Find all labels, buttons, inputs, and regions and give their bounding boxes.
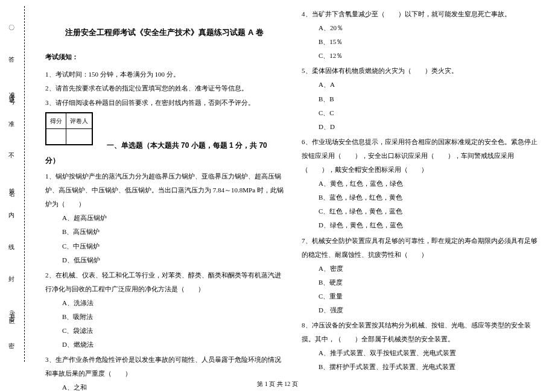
q1-stem: 1、锅炉按锅炉产生的蒸汽压力分为超临界压力锅炉、亚临界压力锅炉、超高压锅炉、高压… [45, 169, 284, 211]
margin-char-mi: 密 [8, 342, 14, 350]
q5-opts: A、A B、B C、C D、D [302, 78, 540, 133]
margin-char-zhun: 准 [8, 120, 14, 128]
page: 〇 答 准考证号 准 不 姓名 内 线 封 省（市区） 密 注册安全工程师考试《… [0, 0, 555, 374]
margin-char-nei: 内 [8, 211, 14, 220]
q2-opts: A、洗涤法 B、吸附法 C、袋滤法 D、燃烧法 [45, 296, 284, 352]
q1-opt-d: D、低压锅炉 [62, 253, 284, 267]
binding-margin: 〇 答 准考证号 准 不 姓名 内 线 封 省（市区） 密 [0, 0, 30, 374]
seal-dashed-line [24, 6, 25, 362]
page-footer: 第 1 页 共 12 页 [0, 380, 555, 388]
vertical-label-stack: 〇 答 准考证号 准 不 姓名 内 线 封 省（市区） 密 [5, 12, 18, 362]
q5-opt-a: A、A [319, 78, 540, 92]
q1-opts: A、超高压锅炉 B、高压锅炉 C、中压锅炉 D、低压锅炉 [45, 211, 284, 267]
column-left: 注册安全工程师考试《安全生产技术》真题练习试题 A 卷 考试须知： 1、考试时间… [36, 6, 293, 374]
q1-opt-c: C、中压锅炉 [62, 239, 284, 253]
q6-opt-d: D、绿色，黄色，红色，蓝色 [319, 218, 540, 232]
q2-opt-b: B、吸附法 [62, 310, 284, 324]
q5-opt-b: B、B [319, 92, 540, 106]
q2-opt-c: C、袋滤法 [62, 324, 284, 338]
margin-char-bu: 不 [8, 151, 14, 160]
q3-stem: 3、生产作业条件危险性评价是以发生事故的可能性、人员暴露于危险环境的情况和事故后… [45, 353, 284, 381]
q2-opt-d: D、燃烧法 [62, 338, 284, 352]
q2-opt-a: A、洗涤法 [62, 296, 284, 310]
q7-opt-a: A、密度 [319, 262, 540, 276]
q8-opt-b: B、摆杆护手式装置、拉手式装置、光电式装置 [319, 360, 540, 374]
q8-opt-a: A、推手式装置、双手按钮式装置、光电式装置 [319, 346, 540, 360]
column-right: 4、当矿井下含氧量减少至（ ）以下时，就可能发生窒息死亡事故。 A、20％ B、… [293, 6, 549, 374]
q2-stem: 2、在机械、仪表、轻工和化工等行业，对苯类、醇类、酯类和酮类等有机蒸汽进行净化与… [45, 268, 284, 296]
q7-opt-b: B、硬度 [319, 276, 540, 289]
q4-opts: A、20％ B、15％ C、12％ [302, 21, 540, 63]
q1-opt-a: A、超高压锅炉 [62, 211, 284, 225]
content-columns: 注册安全工程师考试《安全生产技术》真题练习试题 A 卷 考试须知： 1、考试时间… [30, 0, 555, 374]
margin-mark-circle: 〇 [8, 24, 14, 32]
margin-label-province: 省（市区） [7, 306, 16, 318]
score-cell-marker: 评卷人 [66, 113, 92, 128]
q7-opts: A、密度 B、硬度 C、重量 D、强度 [302, 262, 540, 317]
q5-opt-c: C、C [319, 106, 540, 120]
margin-char-xian: 线 [8, 243, 14, 251]
score-cell-score: 得分 [46, 113, 66, 128]
score-cell-blank1 [46, 128, 66, 144]
q1-opt-b: B、高压锅炉 [62, 225, 284, 239]
q7-opt-d: D、强度 [319, 303, 540, 317]
q6-stem: 6、作业现场安全信息提示，应采用符合相应的国家标准规定的安全色。紧急停止按钮应采… [302, 135, 540, 177]
q4-stem: 4、当矿井下含氧量减少至（ ）以下时，就可能发生窒息死亡事故。 [302, 7, 540, 21]
q6-opt-b: B、蓝色，绿色，红色，黄色 [319, 191, 540, 204]
notice-3: 3、请仔细阅读各种题目的回答要求，在密封线内答题，否则不予评分。 [45, 96, 284, 110]
q8-stem: 8、冲压设备的安全装置按其结构分为机械、按钮、光电、感应等类型的安全装摸。其中，… [302, 318, 540, 346]
margin-label-ticket: 准考证号 [7, 87, 16, 96]
margin-char-answer: 答 [8, 55, 14, 64]
notice-heading: 考试须知： [45, 50, 284, 64]
q4-opt-c: C、12％ [319, 49, 540, 63]
notice-2: 2、请首先按要求在试卷的指定位置填写您的姓名、准考证号等信息。 [45, 81, 284, 95]
q6-opt-a: A、黄色，红色，蓝色，绿色 [319, 177, 540, 191]
notice-1: 1、考试时间：150 分钟，本卷满分为 100 分。 [45, 68, 284, 81]
score-cell-blank2 [66, 128, 92, 144]
q4-opt-b: B、15％ [319, 35, 540, 49]
q5-stem: 5、柔体固体有机物质燃烧的火灾为（ ）类火灾。 [302, 64, 540, 78]
score-table: 得分 评卷人 [45, 112, 93, 145]
exam-title: 注册安全工程师考试《安全生产技术》真题练习试题 A 卷 [45, 24, 284, 40]
margin-char-feng: 封 [8, 275, 14, 283]
q8-opts: A、推手式装置、双手按钮式装置、光电式装置 B、摆杆护手式装置、拉手式装置、光电… [302, 346, 540, 374]
q5-opt-d: D、D [319, 120, 540, 134]
q7-opt-c: C、重量 [319, 289, 540, 303]
margin-label-name: 姓名 [7, 183, 16, 188]
q4-opt-a: A、20％ [319, 21, 540, 35]
q6-opt-c: C、红色，绿色，黄色，蓝色 [319, 204, 540, 218]
q6-opts: A、黄色，红色，蓝色，绿色 B、蓝色，绿色，红色，黄色 C、红色，绿色，黄色，蓝… [302, 177, 540, 232]
q7-stem: 7、机械安全防护装置应具有足够的可靠性，即在规定的寿命期限内必须具有足够的稳定性… [302, 234, 540, 262]
